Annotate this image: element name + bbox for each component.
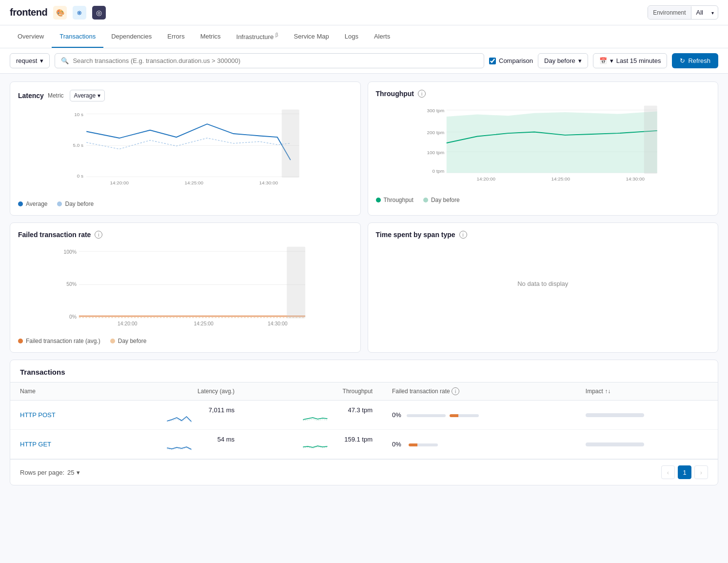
svg-marker-18: [446, 112, 657, 173]
comparison-checkbox-row[interactable]: Comparison: [489, 57, 533, 64]
failed-rate-info-icon[interactable]: i: [95, 231, 102, 239]
svg-rect-19: [644, 106, 657, 174]
time-range-select[interactable]: 📅 ▾ Last 15 minutes: [593, 53, 668, 68]
table-header-row: Name Latency (avg.) Throughput Failed tr…: [10, 382, 718, 401]
col-failed-rate: Failed transaction rate i: [382, 382, 576, 401]
row-latency: 7,011 ms: [110, 401, 244, 430]
failed-rate-legend: Failed transaction rate (avg.) Day befor…: [18, 338, 353, 344]
row-impact: [576, 430, 718, 459]
svg-text:14:30:00: 14:30:00: [259, 180, 278, 185]
latency-sparkline: [122, 414, 236, 423]
svg-text:14:30:00: 14:30:00: [626, 176, 645, 181]
legend-day-before: Day before: [57, 201, 94, 207]
failed-rate-chart-card: Failed transaction rate i 100% 50% 0%: [10, 222, 361, 353]
metric-select[interactable]: Average ▾: [70, 90, 105, 101]
nav-infrastructure[interactable]: Infrastructure β: [229, 25, 286, 48]
nav-overview[interactable]: Overview: [10, 26, 52, 48]
svg-text:14:25:00: 14:25:00: [551, 176, 570, 181]
calendar-icon: 📅: [599, 57, 607, 64]
nav-transactions[interactable]: Transactions: [52, 26, 103, 48]
svg-text:14:20:00: 14:20:00: [476, 176, 495, 181]
next-page-button[interactable]: ›: [694, 465, 708, 479]
table-footer: Rows per page: 25 ▾ ‹ 1 ›: [10, 459, 718, 485]
failed-rate-title: Failed transaction rate: [18, 231, 91, 239]
chevron-down-icon: ▾: [98, 92, 100, 99]
failed-rate-bar-bg: [407, 414, 446, 417]
env-value[interactable]: All ▾: [691, 6, 718, 19]
charts-row-1: Latency Metric Average ▾ 10 s 5.0 s 0 s: [10, 81, 718, 216]
transaction-link[interactable]: HTTP POST: [20, 411, 56, 419]
nav-metrics[interactable]: Metrics: [193, 26, 229, 48]
search-icon: 🔍: [61, 57, 69, 64]
row-failed-rate: 0%: [382, 401, 576, 430]
nav-bar: Overview Transactions Dependencies Error…: [0, 25, 728, 48]
svg-text:14:20:00: 14:20:00: [110, 180, 129, 185]
latency-legend: Average Day before: [18, 201, 353, 207]
svg-text:200 tpm: 200 tpm: [427, 130, 444, 135]
time-spent-title: Time spent by span type: [376, 231, 455, 239]
main-content: Latency Metric Average ▾ 10 s 5.0 s 0 s: [0, 74, 728, 493]
charts-row-2: Failed transaction rate i 100% 50% 0%: [10, 222, 718, 353]
svg-text:10 s: 10 s: [74, 112, 83, 117]
failed-rate-progress: [450, 414, 479, 417]
svg-text:5.0 s: 5.0 s: [73, 142, 83, 148]
request-type-select[interactable]: request ▾: [10, 53, 50, 68]
nav-alerts[interactable]: Alerts: [366, 26, 398, 48]
search-input[interactable]: [73, 57, 478, 64]
chevron-down-icon: ▾: [610, 57, 613, 64]
throughput-sparkline: [256, 443, 374, 453]
page-1-button[interactable]: 1: [678, 465, 691, 479]
transactions-table-card: Transactions Name Latency (avg.) Through…: [10, 360, 718, 485]
row-name: HTTP GET: [10, 430, 110, 459]
environment-selector[interactable]: Environment All ▾: [648, 5, 718, 20]
period-select[interactable]: Day before ▾: [538, 53, 588, 68]
transactions-table-title: Transactions: [10, 360, 718, 382]
rows-per-page-select[interactable]: 25 ▾: [67, 469, 79, 476]
transaction-link[interactable]: HTTP GET: [20, 441, 51, 448]
paint-icon: 🎨: [53, 6, 67, 20]
svg-rect-31: [287, 247, 305, 319]
rows-per-page-label: Rows per page:: [20, 469, 64, 476]
impact-bar-bg: [586, 442, 644, 446]
row-throughput: 47.3 tpm: [244, 401, 382, 430]
time-spent-info-icon[interactable]: i: [459, 231, 467, 239]
beta-badge: β: [275, 32, 278, 38]
svg-text:0 tpm: 0 tpm: [432, 169, 444, 174]
impact-bar-bg: [586, 413, 644, 417]
throughput-info-icon[interactable]: i: [418, 90, 426, 98]
chevron-down-icon: ▾: [40, 57, 43, 64]
legend-average: Average: [18, 201, 47, 207]
col-name: Name: [10, 382, 110, 401]
table-row: HTTP POST 7,011 ms 47.3 tpm: [10, 401, 718, 430]
svg-text:14:25:00: 14:25:00: [194, 321, 214, 326]
failed-rate-chart-container: 100% 50% 0% 14:20:00 14:25:00 14:30:00: [18, 244, 353, 334]
svg-text:300 tpm: 300 tpm: [427, 108, 444, 113]
header-left: frontend 🎨 ⎈ ◎: [10, 6, 106, 20]
row-failed-rate: 0%: [382, 430, 576, 459]
prev-page-button[interactable]: ‹: [661, 465, 675, 479]
col-latency: Latency (avg.): [110, 382, 244, 401]
chevron-down-icon: ▾: [578, 57, 582, 64]
comparison-area: Comparison Day before ▾ 📅 ▾ Last 15 minu…: [489, 53, 718, 68]
row-latency: 54 ms: [110, 430, 244, 459]
search-bar[interactable]: 🔍: [55, 53, 484, 68]
kubernetes-icon: ⎈: [73, 6, 86, 20]
refresh-button[interactable]: ↻ Refresh: [672, 53, 718, 68]
legend-throughput: Throughput: [376, 197, 413, 203]
nav-dependencies[interactable]: Dependencies: [103, 26, 159, 48]
no-data-message: No data to display: [376, 244, 710, 322]
nav-logs[interactable]: Logs: [337, 26, 366, 48]
nav-errors[interactable]: Errors: [159, 26, 192, 48]
col-throughput: Throughput: [244, 382, 382, 401]
col-failed-rate-info[interactable]: i: [452, 387, 459, 395]
header: frontend 🎨 ⎈ ◎ Environment All ▾: [0, 0, 728, 25]
svg-text:14:30:00: 14:30:00: [268, 321, 288, 326]
nav-service-map[interactable]: Service Map: [286, 26, 337, 48]
row-name: HTTP POST: [10, 401, 110, 430]
row-impact: [576, 401, 718, 430]
comparison-checkbox[interactable]: [489, 58, 496, 64]
svg-text:14:20:00: 14:20:00: [118, 321, 138, 326]
time-spent-chart-card: Time spent by span type i No data to dis…: [368, 222, 719, 353]
sort-icon[interactable]: ↑↓: [605, 388, 610, 395]
legend-failed-rate: Failed transaction rate (avg.): [18, 338, 100, 344]
